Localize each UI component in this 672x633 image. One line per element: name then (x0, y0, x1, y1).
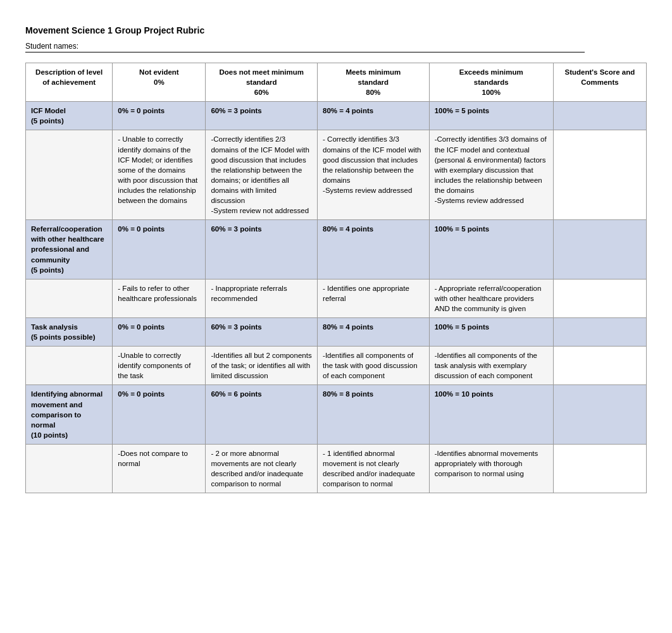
table-row: Identifying abnormal movement and compar… (26, 385, 647, 444)
header-not-evident: Not evident 0% (113, 63, 206, 102)
score-cell (553, 385, 646, 444)
comments-cell[interactable] (553, 444, 646, 493)
criterion-cell: Identifying abnormal movement and compar… (26, 385, 113, 444)
table-row: -Does not compare to normal - 2 or more … (26, 444, 647, 493)
desc-0: -Does not compare to normal (113, 444, 206, 493)
criterion-cell: ICF Model (5 points) (26, 102, 113, 130)
score-100: 100% = 5 points (429, 220, 553, 279)
score-100: 100% = 5 points (429, 317, 553, 346)
desc-60: -Identifies all but 2 components of the … (206, 347, 318, 385)
score-100: 100% = 10 points (429, 385, 553, 444)
desc-60: -Correctly identifies 2/3 domains of the… (206, 130, 318, 220)
table-row: Referral/cooperation with other healthca… (26, 220, 647, 279)
table-row: -Unable to correctly identify components… (26, 347, 647, 385)
header-meets-minimum: Meets minimum standard 80% (318, 63, 430, 102)
score-0: 0% = 0 points (113, 317, 206, 346)
header-does-not-meet: Does not meet minimum standard 60% (206, 63, 318, 102)
rubric-table: Description of level of achievement Not … (25, 63, 647, 493)
criterion-desc-cell (26, 130, 113, 220)
score-60: 60% = 3 points (206, 102, 318, 130)
table-row: - Fails to refer to other healthcare pro… (26, 279, 647, 317)
table-row: - Unable to correctly identify domains o… (26, 130, 647, 220)
desc-80: - 1 identified abnormal movement is not … (318, 444, 430, 493)
criterion-desc-cell (26, 279, 113, 317)
desc-0: -Unable to correctly identify components… (113, 347, 206, 385)
score-cell (553, 317, 646, 346)
student-names-label: Student names: (25, 42, 585, 52)
header-exceeds-minimum: Exceeds minimum standards 100% (429, 63, 553, 102)
score-60: 60% = 3 points (206, 220, 318, 279)
desc-80: - Correctly identifies 3/3 domains of th… (318, 130, 430, 220)
page-title: Movement Science 1 Group Project Rubric (25, 25, 647, 35)
score-80: 80% = 4 points (318, 102, 430, 130)
comments-cell[interactable] (553, 279, 646, 317)
desc-60: - 2 or more abnormal movements are not c… (206, 444, 318, 493)
score-60: 60% = 3 points (206, 317, 318, 346)
score-80: 80% = 8 points (318, 385, 430, 444)
comments-cell[interactable] (553, 130, 646, 220)
desc-0: - Fails to refer to other healthcare pro… (113, 279, 206, 317)
criterion-desc-cell (26, 444, 113, 493)
table-row: Task analysis (5 points possible) 0% = 0… (26, 317, 647, 346)
score-80: 80% = 4 points (318, 317, 430, 346)
score-0: 0% = 0 points (113, 102, 206, 130)
header-score: Student's Score and Comments (553, 63, 646, 102)
criterion-desc-cell (26, 347, 113, 385)
desc-100: -Identifies all components of the task a… (429, 347, 553, 385)
table-row: ICF Model (5 points) 0% = 0 points 60% =… (26, 102, 647, 130)
score-0: 0% = 0 points (113, 385, 206, 444)
desc-80: - Identifies one appropriate referral (318, 279, 430, 317)
desc-100: - Appropriate referral/cooperation with … (429, 279, 553, 317)
desc-100: -Identifies abnormal movements appropria… (429, 444, 553, 493)
desc-0: - Unable to correctly identify domains o… (113, 130, 206, 220)
header-desc: Description of level of achievement (26, 63, 113, 102)
desc-80: -Identifies all components of the task w… (318, 347, 430, 385)
score-80: 80% = 4 points (318, 220, 430, 279)
comments-cell[interactable] (553, 347, 646, 385)
desc-60: - Inappropriate referrals recommended (206, 279, 318, 317)
score-100: 100% = 5 points (429, 102, 553, 130)
score-cell (553, 220, 646, 279)
desc-100: -Correctly identifies 3/3 domains of the… (429, 130, 553, 220)
score-60: 60% = 6 points (206, 385, 318, 444)
score-0: 0% = 0 points (113, 220, 206, 279)
criterion-cell: Task analysis (5 points possible) (26, 317, 113, 346)
score-cell (553, 102, 646, 130)
criterion-cell: Referral/cooperation with other healthca… (26, 220, 113, 279)
